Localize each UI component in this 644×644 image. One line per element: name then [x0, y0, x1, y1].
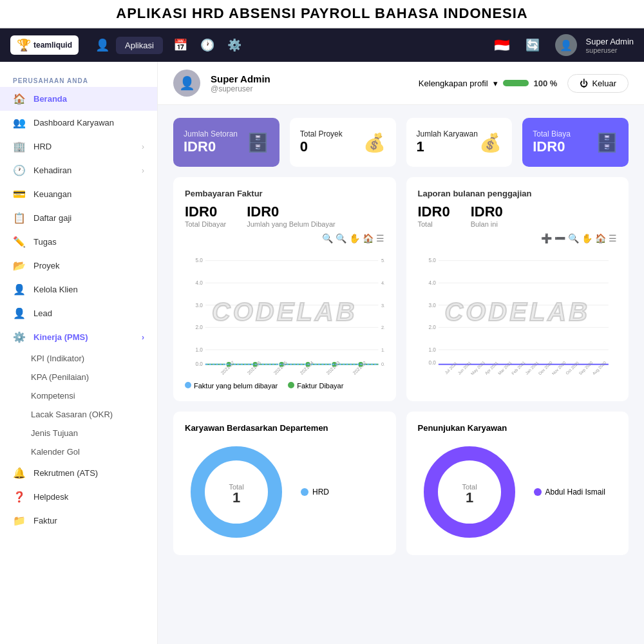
svg-text:1.0: 1.0: [428, 347, 436, 353]
completion-label: Kelengkapan profil: [419, 79, 488, 88]
laporan-penggajian-card: Laporan bulanan penggajian IDR0 Total ID…: [406, 177, 629, 401]
profile-avatar: 👤: [173, 70, 200, 97]
pembayaran-chart-container: 5.0 4.0 3.0 2.0 1.0 0.0: [185, 246, 384, 377]
bell-icon: 🔔: [13, 467, 26, 479]
home-chart-icon-2[interactable]: 🏠: [595, 233, 606, 243]
total-dibayar: IDR0 Total Dibayar: [185, 204, 226, 228]
sidebar-item-kelola-klien[interactable]: 👤 Kelola Klien: [0, 278, 157, 301]
calendar-btn[interactable]: 📅: [167, 34, 194, 56]
sidebar-item-kinerja[interactable]: ⚙️ Kinerja (PMS) ›: [0, 325, 157, 349]
legend-dibayar: Faktur Dibayar: [297, 382, 343, 390]
sidebar-item-faktur[interactable]: 📁 Faktur: [0, 509, 157, 533]
sidebar-item-daftar-gaji[interactable]: 📋 Daftar gaji: [0, 206, 157, 230]
svg-text:5.0: 5.0: [428, 258, 436, 263]
sidebar-item-dashboard-karyawan-label: Dashboard Karyawan: [33, 118, 114, 128]
belum-dibayar: IDR0 Jumlah yang Belum Dibayar: [247, 204, 336, 228]
aplikasi-label: Aplikasi: [125, 41, 154, 50]
stat-card-jumlah-setoran: Jumlah Setoran IDR0 🗄️: [173, 118, 279, 167]
keluar-button[interactable]: ⏻ Keluar: [567, 74, 629, 93]
pan-icon[interactable]: ✋: [349, 233, 360, 243]
sidebar-item-tugas[interactable]: ✏️ Tugas: [0, 230, 157, 254]
svg-text:2.0: 2.0: [428, 325, 436, 330]
completion-bar: [503, 80, 529, 86]
database-icon-1: 🗄️: [247, 132, 269, 153]
user-nav-btn[interactable]: 👤: [89, 34, 116, 56]
menu-icon[interactable]: ☰: [376, 233, 384, 243]
sidebar-item-keuangan[interactable]: 💳 Keuangan: [0, 182, 157, 206]
total-penggajian: IDR0 Total: [418, 204, 450, 228]
zoom-icon-2[interactable]: 🔍: [568, 233, 579, 243]
aplikasi-btn[interactable]: Aplikasi: [116, 37, 163, 54]
stat-info-3: Jumlah Karyawan 1: [417, 129, 478, 155]
donut-legend-2: Abdul Hadi Ismail: [534, 488, 605, 497]
money-icon-2: 💰: [479, 132, 502, 153]
top-banner: APLIKASI HRD ABSENSI PAYROLL BAHASA INDO…: [0, 0, 644, 28]
menu-icon-2[interactable]: ☰: [609, 233, 617, 243]
sidebar-item-helpdesk[interactable]: ❓ Helpdesk: [0, 485, 157, 509]
completion-pct: 100 %: [534, 79, 558, 88]
logo-icon: 🏆: [17, 38, 31, 52]
stat-label-4: Total Biaya: [533, 129, 571, 138]
legend-belum: Faktur yang belum dibayar: [194, 382, 278, 390]
pan-icon-2[interactable]: ✋: [582, 233, 592, 243]
zoom-out-icon[interactable]: 🔍: [336, 233, 346, 243]
gear-icon: ⚙️: [13, 331, 26, 343]
navbar-logo[interactable]: 🏆 teamliquid: [10, 35, 79, 55]
hrd-dot: [301, 488, 308, 496]
sidebar-sub-item-jenis[interactable]: Jenis Tujuan: [0, 424, 157, 442]
sidebar-sub-item-lacak[interactable]: Lacak Sasaran (OKR): [0, 405, 157, 424]
sidebar-item-faktur-label: Faktur: [33, 516, 57, 526]
sidebar-sub-item-kpa[interactable]: KPA (Penilaian): [0, 368, 157, 386]
penunjukan-karyawan-title: Penunjukan Karyawan: [418, 423, 618, 433]
stat-value-3: 1: [417, 138, 478, 155]
sidebar-item-beranda[interactable]: 🏠 Beranda: [0, 87, 157, 111]
sidebar-sub-item-kpi[interactable]: KPI (Indikator): [0, 349, 157, 368]
laporan-chart-svg: 5.0 4.0 3.0 2.0 1.0 0.0: [418, 246, 618, 375]
sidebar-item-rekrutmen[interactable]: 🔔 Rekrutmen (ATS): [0, 461, 157, 485]
chevron-down-icon-profile[interactable]: ▾: [493, 79, 498, 88]
stat-label-1: Jumlah Setoran: [184, 129, 238, 138]
bulan-ini-value: IDR0: [471, 204, 503, 220]
sidebar-item-proyek[interactable]: 📂 Proyek: [0, 254, 157, 278]
sidebar-item-dashboard-karyawan[interactable]: 👥 Dashboard Karyawan: [0, 111, 157, 135]
profile-completion: Kelengkapan profil ▾ 100 %: [419, 79, 558, 88]
laporan-penggajian-title: Laporan bulanan penggajian: [418, 189, 618, 198]
users-icon: 👥: [13, 117, 26, 129]
zoom-out-icon-2[interactable]: ➖: [554, 233, 565, 243]
sidebar-sub-item-kompetensi[interactable]: Kompetensi: [0, 386, 157, 405]
home-chart-icon[interactable]: 🏠: [363, 233, 374, 243]
sidebar-sub-item-kalender[interactable]: Kalender Gol: [0, 442, 157, 461]
pembayaran-legend: Faktur yang belum dibayar Faktur Dibayar: [185, 382, 384, 390]
stat-value-4: IDR0: [533, 138, 571, 155]
svg-text:Jul 2021: Jul 2021: [444, 361, 458, 375]
zoom-icon[interactable]: 🔍: [322, 233, 333, 243]
donut-container-2: Total 1 Abdul Hadi Ismail: [418, 440, 618, 544]
money-icon-1: 💰: [363, 132, 386, 153]
svg-text:3.0: 3.0: [381, 303, 384, 308]
navbar-user-info: Super Admin superuser: [586, 37, 634, 54]
building-icon: 🏢: [13, 140, 26, 153]
person-icon: 👤: [13, 283, 26, 296]
stat-card-jumlah-karyawan: Jumlah Karyawan 1 💰: [406, 118, 513, 167]
sidebar-item-keuangan-label: Keuangan: [33, 189, 71, 199]
total-dibayar-label: Total Dibayar: [185, 220, 226, 228]
profile-header: 👤 Super Admin @superuser Kelengkapan pro…: [158, 62, 644, 105]
sidebar-item-hrd[interactable]: 🏢 HRD ›: [0, 135, 157, 158]
total-penggajian-label: Total: [418, 220, 450, 228]
settings-btn[interactable]: ⚙️: [221, 34, 248, 56]
clock-btn[interactable]: 🕐: [194, 34, 221, 56]
card-icon: 💳: [13, 188, 26, 200]
donut-legend-item-hrd: HRD: [301, 488, 329, 497]
total-dibayar-value: IDR0: [185, 204, 226, 220]
refresh-icon[interactable]: 🔄: [519, 34, 546, 56]
zoom-in-icon-2[interactable]: ➕: [541, 233, 552, 243]
sidebar-item-kehadiran[interactable]: 🕐 Kehadiran ›: [0, 158, 157, 182]
svg-text:1: 1: [465, 489, 473, 506]
sidebar-item-daftar-gaji-label: Daftar gaji: [33, 213, 71, 223]
home-icon: 🏠: [13, 93, 26, 105]
donut-svg-1: Total 1: [185, 440, 288, 544]
bulan-ini-label: Bulan ini: [471, 220, 503, 228]
chevron-right-icon-2: ›: [142, 166, 144, 175]
laporan-amount-row: IDR0 Total IDR0 Bulan ini: [418, 204, 618, 228]
sidebar-item-lead[interactable]: 👤 Lead: [0, 301, 157, 325]
